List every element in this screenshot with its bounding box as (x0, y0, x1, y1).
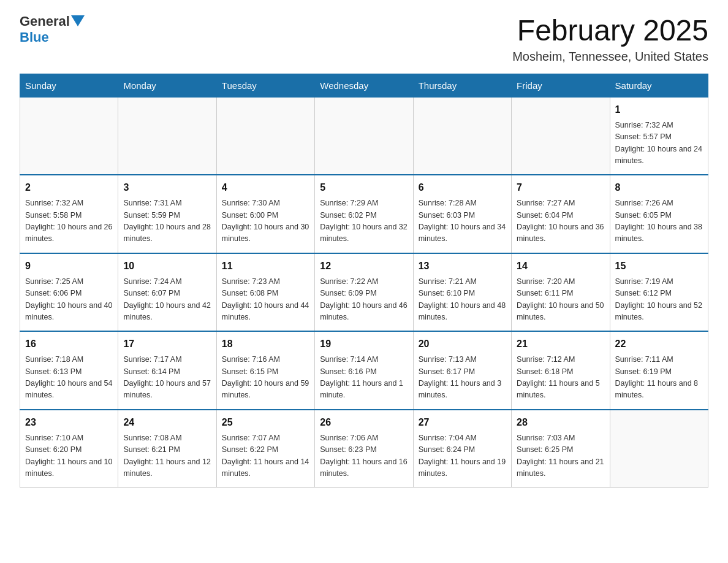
header-thursday: Thursday (413, 74, 511, 97)
calendar-week-4: 16Sunrise: 7:18 AMSunset: 6:13 PMDayligh… (20, 331, 708, 410)
logo-blue-text: Blue (20, 29, 49, 45)
calendar-cell-w3-d6: 14Sunrise: 7:20 AMSunset: 6:11 PMDayligh… (512, 253, 610, 332)
calendar-cell-w3-d7: 15Sunrise: 7:19 AMSunset: 6:12 PMDayligh… (610, 253, 708, 332)
day-number: 20 (419, 337, 506, 351)
calendar-cell-w1-d7: 1Sunrise: 7:32 AMSunset: 5:57 PMDaylight… (610, 97, 708, 175)
calendar-cell-w4-d5: 20Sunrise: 7:13 AMSunset: 6:17 PMDayligh… (413, 331, 511, 410)
header-monday: Monday (118, 74, 216, 97)
calendar-cell-w3-d1: 9Sunrise: 7:25 AMSunset: 6:06 PMDaylight… (20, 253, 118, 332)
day-info: Sunrise: 7:22 AMSunset: 6:09 PMDaylight:… (320, 276, 408, 324)
calendar-cell-w5-d6: 28Sunrise: 7:03 AMSunset: 6:25 PMDayligh… (512, 410, 610, 488)
calendar-cell-w2-d4: 5Sunrise: 7:29 AMSunset: 6:02 PMDaylight… (315, 175, 413, 253)
logo-general-text: General (20, 15, 70, 28)
calendar-week-2: 2Sunrise: 7:32 AMSunset: 5:58 PMDaylight… (20, 175, 708, 253)
day-info: Sunrise: 7:03 AMSunset: 6:25 PMDaylight:… (517, 432, 604, 480)
calendar-cell-w4-d4: 19Sunrise: 7:14 AMSunset: 6:16 PMDayligh… (315, 331, 413, 410)
day-number: 3 (123, 180, 211, 195)
day-info: Sunrise: 7:14 AMSunset: 6:16 PMDaylight:… (320, 354, 408, 402)
day-number: 26 (320, 415, 408, 430)
day-number: 27 (419, 415, 506, 430)
day-info: Sunrise: 7:25 AMSunset: 6:06 PMDaylight:… (25, 276, 113, 324)
day-number: 13 (419, 259, 506, 274)
calendar-cell-w2-d3: 4Sunrise: 7:30 AMSunset: 6:00 PMDaylight… (216, 175, 314, 253)
day-info: Sunrise: 7:19 AMSunset: 6:12 PMDaylight:… (615, 276, 703, 324)
day-number: 6 (419, 180, 506, 195)
calendar-cell-w4-d3: 18Sunrise: 7:16 AMSunset: 6:15 PMDayligh… (216, 331, 314, 410)
day-number: 2 (25, 180, 113, 195)
calendar-cell-w1-d3 (216, 97, 314, 175)
day-number: 4 (222, 180, 309, 195)
calendar-subtitle: Mosheim, Tennessee, United States (512, 50, 708, 64)
day-number: 22 (615, 337, 703, 351)
day-info: Sunrise: 7:12 AMSunset: 6:18 PMDaylight:… (517, 354, 604, 402)
calendar-header-row: Sunday Monday Tuesday Wednesday Thursday… (20, 74, 708, 97)
day-info: Sunrise: 7:27 AMSunset: 6:04 PMDaylight:… (517, 197, 604, 245)
day-number: 24 (123, 415, 211, 430)
day-number: 15 (615, 259, 703, 274)
calendar-title: February 2025 (512, 15, 708, 47)
calendar-cell-w2-d5: 6Sunrise: 7:28 AMSunset: 6:03 PMDaylight… (413, 175, 511, 253)
day-number: 16 (25, 337, 113, 351)
calendar-cell-w4-d1: 16Sunrise: 7:18 AMSunset: 6:13 PMDayligh… (20, 331, 118, 410)
calendar-cell-w4-d7: 22Sunrise: 7:11 AMSunset: 6:19 PMDayligh… (610, 331, 708, 410)
day-info: Sunrise: 7:20 AMSunset: 6:11 PMDaylight:… (517, 276, 604, 324)
day-info: Sunrise: 7:26 AMSunset: 6:05 PMDaylight:… (615, 197, 703, 245)
day-number: 19 (320, 337, 408, 351)
calendar-week-3: 9Sunrise: 7:25 AMSunset: 6:06 PMDaylight… (20, 253, 708, 332)
day-number: 21 (517, 337, 604, 351)
title-block: February 2025 Mosheim, Tennessee, United… (512, 15, 708, 64)
day-info: Sunrise: 7:24 AMSunset: 6:07 PMDaylight:… (123, 276, 211, 324)
calendar-cell-w4-d2: 17Sunrise: 7:17 AMSunset: 6:14 PMDayligh… (118, 331, 216, 410)
calendar-cell-w3-d5: 13Sunrise: 7:21 AMSunset: 6:10 PMDayligh… (413, 253, 511, 332)
calendar-cell-w1-d4 (315, 97, 413, 175)
day-info: Sunrise: 7:32 AMSunset: 5:57 PMDaylight:… (615, 120, 703, 167)
day-number: 9 (25, 259, 113, 274)
calendar-cell-w5-d5: 27Sunrise: 7:04 AMSunset: 6:24 PMDayligh… (413, 410, 511, 488)
calendar-cell-w2-d7: 8Sunrise: 7:26 AMSunset: 6:05 PMDaylight… (610, 175, 708, 253)
day-number: 11 (222, 259, 309, 274)
day-info: Sunrise: 7:06 AMSunset: 6:23 PMDaylight:… (320, 432, 408, 480)
calendar-cell-w5-d3: 25Sunrise: 7:07 AMSunset: 6:22 PMDayligh… (216, 410, 314, 488)
svg-marker-0 (71, 15, 85, 26)
day-info: Sunrise: 7:30 AMSunset: 6:00 PMDaylight:… (222, 197, 309, 245)
page-header: General Blue February 2025 Mosheim, Tenn… (20, 15, 708, 64)
day-info: Sunrise: 7:10 AMSunset: 6:20 PMDaylight:… (25, 432, 113, 480)
day-info: Sunrise: 7:21 AMSunset: 6:10 PMDaylight:… (419, 276, 506, 324)
calendar-cell-w3-d3: 11Sunrise: 7:23 AMSunset: 6:08 PMDayligh… (216, 253, 314, 332)
day-number: 7 (517, 180, 604, 195)
calendar-cell-w4-d6: 21Sunrise: 7:12 AMSunset: 6:18 PMDayligh… (512, 331, 610, 410)
calendar-cell-w3-d4: 12Sunrise: 7:22 AMSunset: 6:09 PMDayligh… (315, 253, 413, 332)
header-wednesday: Wednesday (315, 74, 413, 97)
calendar-cell-w2-d1: 2Sunrise: 7:32 AMSunset: 5:58 PMDaylight… (20, 175, 118, 253)
day-info: Sunrise: 7:16 AMSunset: 6:15 PMDaylight:… (222, 354, 309, 402)
calendar-cell-w5-d7 (610, 410, 708, 488)
calendar-week-5: 23Sunrise: 7:10 AMSunset: 6:20 PMDayligh… (20, 410, 708, 488)
day-info: Sunrise: 7:32 AMSunset: 5:58 PMDaylight:… (25, 197, 113, 245)
calendar-cell-w3-d2: 10Sunrise: 7:24 AMSunset: 6:07 PMDayligh… (118, 253, 216, 332)
calendar-cell-w5-d4: 26Sunrise: 7:06 AMSunset: 6:23 PMDayligh… (315, 410, 413, 488)
day-info: Sunrise: 7:23 AMSunset: 6:08 PMDaylight:… (222, 276, 309, 324)
header-tuesday: Tuesday (216, 74, 314, 97)
day-info: Sunrise: 7:17 AMSunset: 6:14 PMDaylight:… (123, 354, 211, 402)
calendar-cell-w5-d1: 23Sunrise: 7:10 AMSunset: 6:20 PMDayligh… (20, 410, 118, 488)
header-friday: Friday (512, 74, 610, 97)
calendar-week-1: 1Sunrise: 7:32 AMSunset: 5:57 PMDaylight… (20, 97, 708, 175)
calendar-cell-w1-d5 (413, 97, 511, 175)
day-number: 12 (320, 259, 408, 274)
header-sunday: Sunday (20, 74, 118, 97)
day-number: 5 (320, 180, 408, 195)
logo-triangle-icon (71, 15, 85, 26)
day-number: 23 (25, 415, 113, 430)
day-info: Sunrise: 7:11 AMSunset: 6:19 PMDaylight:… (615, 354, 703, 402)
calendar-table: Sunday Monday Tuesday Wednesday Thursday… (20, 74, 708, 488)
day-number: 18 (222, 337, 309, 351)
day-info: Sunrise: 7:04 AMSunset: 6:24 PMDaylight:… (419, 432, 506, 480)
day-info: Sunrise: 7:28 AMSunset: 6:03 PMDaylight:… (419, 197, 506, 245)
calendar-cell-w1-d1 (20, 97, 118, 175)
day-number: 28 (517, 415, 604, 430)
day-number: 17 (123, 337, 211, 351)
day-number: 14 (517, 259, 604, 274)
day-info: Sunrise: 7:08 AMSunset: 6:21 PMDaylight:… (123, 432, 211, 480)
day-info: Sunrise: 7:31 AMSunset: 5:59 PMDaylight:… (123, 197, 211, 245)
day-number: 1 (615, 102, 703, 117)
